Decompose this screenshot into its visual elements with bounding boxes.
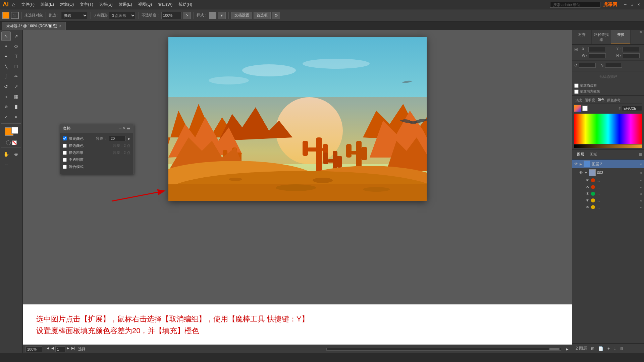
paintbrush-tool-button[interactable]: ∫ bbox=[1, 72, 11, 81]
layer-2-visibility[interactable]: 👁 bbox=[574, 162, 578, 166]
color-tab-active[interactable]: 颜色 bbox=[596, 97, 606, 103]
opacity-checkbox[interactable] bbox=[63, 158, 67, 162]
style-expand-icon[interactable]: ▾ bbox=[218, 12, 226, 19]
pen-tool-button[interactable]: ✒ bbox=[1, 52, 11, 61]
tab-close-button[interactable]: × bbox=[59, 24, 61, 28]
line-tool-button[interactable]: ╲ bbox=[1, 62, 11, 71]
color-red-visibility[interactable]: 👁 bbox=[586, 178, 590, 183]
color-ref-tab[interactable]: 颜色参考 bbox=[606, 97, 622, 103]
color-brightness-strip[interactable] bbox=[574, 144, 642, 148]
fill-color-box[interactable] bbox=[2, 12, 9, 19]
lasso-tool-button[interactable]: ⊙ bbox=[11, 42, 21, 51]
next-page-button[interactable]: ▶ bbox=[66, 346, 70, 352]
scroll-right-button[interactable]: ▶ bbox=[565, 347, 569, 351]
move-layer-button[interactable]: ↕ bbox=[612, 346, 617, 352]
scale-tool-button[interactable]: ⤢ bbox=[11, 82, 21, 91]
magic-wand-tool-button[interactable]: ✦ bbox=[1, 42, 11, 51]
hex-input[interactable] bbox=[622, 106, 642, 111]
add-layer-button[interactable]: 📄 bbox=[597, 346, 605, 352]
canvas-wrapper[interactable]: 魔棒 ─ ✕ ☰ 填充颜色 容差： ▶ bbox=[23, 30, 572, 304]
selection-tool-button[interactable]: ↖ bbox=[1, 32, 11, 41]
color-red2-visibility[interactable]: 👁 bbox=[586, 185, 590, 189]
color-yellow2-visibility[interactable]: 👁 bbox=[586, 205, 590, 209]
h-input[interactable] bbox=[623, 53, 640, 58]
background-color[interactable] bbox=[11, 127, 18, 134]
color-yellow-visibility[interactable]: 👁 bbox=[586, 198, 590, 203]
transform-tab[interactable]: 变换 bbox=[611, 30, 631, 44]
scale-corner-checkbox[interactable] bbox=[574, 89, 579, 94]
stroke-width-checkbox[interactable] bbox=[63, 151, 67, 155]
page-input[interactable] bbox=[55, 346, 65, 352]
rotate-tool-button[interactable]: ↺ bbox=[1, 82, 11, 91]
scrollbar-thumb[interactable] bbox=[549, 348, 559, 350]
menu-help[interactable]: 帮助(H) bbox=[176, 1, 195, 8]
graph-tool-button[interactable]: ▦ bbox=[11, 92, 21, 101]
column-graph-tool-button[interactable]: ▐▌ bbox=[11, 102, 21, 111]
color-hue-strip[interactable] bbox=[574, 114, 642, 144]
first-page-button[interactable]: |◀ bbox=[45, 346, 50, 352]
menu-file[interactable]: 文件(F) bbox=[19, 1, 37, 8]
pathfinder-tab[interactable]: 路径查找器 bbox=[592, 30, 611, 44]
sublayer-003-item[interactable]: 👁 ▼ 003 ○ bbox=[572, 168, 644, 177]
direct-selection-tool-button[interactable]: ↗ bbox=[11, 32, 21, 41]
prev-page-button[interactable]: ◀ bbox=[51, 346, 55, 352]
layers-tab[interactable]: 图层 bbox=[574, 151, 587, 158]
blend-tool-button[interactable]: ∞ bbox=[11, 112, 21, 121]
white-swatch[interactable] bbox=[582, 106, 588, 111]
y-input[interactable] bbox=[623, 47, 639, 52]
color-menu-button[interactable]: ☰ bbox=[639, 98, 642, 102]
menu-select[interactable]: 选择(S) bbox=[97, 1, 115, 8]
maximize-button[interactable]: □ bbox=[629, 2, 635, 7]
sublayer-003-expand[interactable]: ▼ bbox=[584, 171, 588, 175]
blend-select[interactable]: 撕边 bbox=[61, 12, 88, 19]
menu-type[interactable]: 文字(T) bbox=[77, 1, 96, 8]
point-select[interactable]: 3 点圆形 bbox=[109, 12, 136, 19]
layer-2-item[interactable]: 👁 ▶ 图层 2 ○ bbox=[572, 160, 644, 168]
menu-object[interactable]: 对象(O) bbox=[57, 1, 76, 8]
fill-tolerance-input[interactable] bbox=[109, 136, 126, 141]
pencil-tool-button[interactable]: ✏ bbox=[11, 72, 21, 81]
panel-menu-button[interactable]: ☰ bbox=[127, 126, 130, 131]
swap-colors-button[interactable] bbox=[12, 140, 17, 145]
make-clip-button[interactable]: ⊞ bbox=[590, 346, 596, 352]
document-tab[interactable]: 未标题-1* @ 100% (RGB/预览) × bbox=[2, 22, 66, 30]
type-tool-button[interactable]: T bbox=[11, 52, 21, 61]
align-tab[interactable]: 对齐 bbox=[572, 30, 592, 44]
new-layer-button[interactable]: + bbox=[606, 346, 611, 352]
menu-window[interactable]: 窗口(W) bbox=[155, 1, 175, 8]
color-green-visibility[interactable]: 👁 bbox=[586, 191, 590, 196]
x-input[interactable] bbox=[588, 47, 605, 52]
w-input[interactable] bbox=[589, 53, 606, 58]
tint-tab[interactable]: 淡变 bbox=[574, 97, 584, 103]
stroke-icon[interactable]: ⬛ bbox=[11, 12, 19, 19]
panel-menu-icon[interactable]: ☰ bbox=[631, 30, 637, 44]
color-item-yellow[interactable]: 👁 ... ○ bbox=[572, 197, 644, 204]
zoom-input[interactable] bbox=[25, 346, 42, 352]
horizontal-scrollbar[interactable] bbox=[326, 348, 561, 351]
artboard-tab[interactable]: 画板 bbox=[587, 151, 600, 158]
scale-strokes-checkbox[interactable] bbox=[574, 83, 579, 88]
doc-settings-button[interactable]: 文档设置 bbox=[231, 12, 252, 19]
opacity-tab[interactable]: 透明度 bbox=[584, 97, 596, 103]
more-tools-button[interactable]: ··· bbox=[1, 160, 11, 169]
skew-input[interactable] bbox=[605, 63, 622, 68]
rect-tool-button[interactable]: □ bbox=[11, 62, 21, 71]
search-input[interactable] bbox=[550, 2, 600, 8]
opacity-input[interactable] bbox=[161, 12, 181, 19]
stroke-color-checkbox[interactable] bbox=[63, 144, 67, 148]
symbol-tool-button[interactable]: ⊛ bbox=[1, 102, 11, 111]
style-color-box[interactable] bbox=[209, 12, 216, 19]
color-item-yellow2[interactable]: 👁 ... ○ bbox=[572, 204, 644, 210]
color-item-red[interactable]: 👁 ... ○ bbox=[572, 177, 644, 184]
sublayer-003-visibility[interactable]: 👁 bbox=[579, 170, 583, 175]
color-gradient-swatch[interactable] bbox=[574, 105, 581, 112]
color-item-red2[interactable]: 👁 ... ○ bbox=[572, 184, 644, 190]
panel-close-icon[interactable]: ✕ bbox=[637, 30, 644, 44]
home-icon[interactable]: ⌂ bbox=[12, 2, 15, 8]
menu-view[interactable]: 视图(Q) bbox=[136, 1, 155, 8]
color-item-green[interactable]: 👁 ... ○ bbox=[572, 190, 644, 197]
delete-layer-button[interactable]: 🗑 bbox=[619, 346, 625, 352]
panel-close-button[interactable]: ✕ bbox=[123, 126, 125, 131]
hand-tool-button[interactable]: ✋ bbox=[1, 149, 11, 159]
zoom-tool-button[interactable]: ⊕ bbox=[11, 149, 21, 159]
